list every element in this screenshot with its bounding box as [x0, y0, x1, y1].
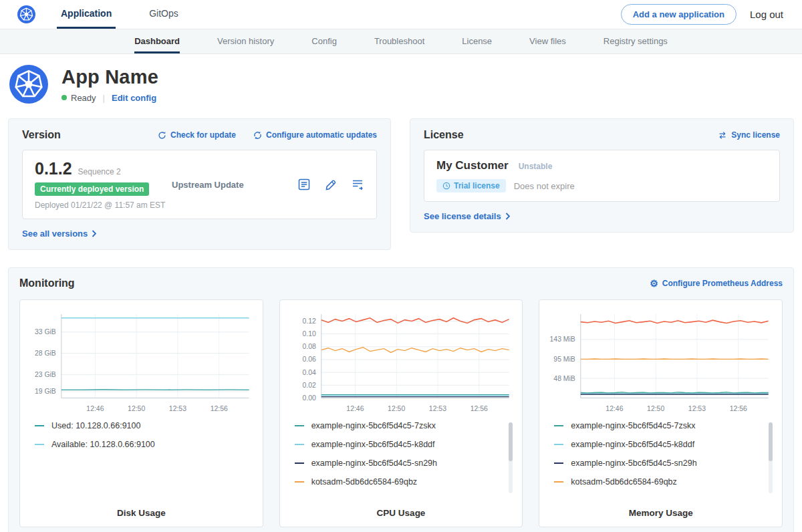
svg-text:0.08: 0.08 — [302, 343, 316, 350]
configure-automatic-updates-link[interactable]: Configure automatic updates — [253, 130, 377, 140]
svg-text:12:56: 12:56 — [470, 405, 487, 412]
svg-text:12:53: 12:53 — [169, 405, 186, 412]
legend-item[interactable]: example-nginx-5bc6f5d4c5-sn29h — [554, 458, 775, 468]
svg-text:12:56: 12:56 — [211, 405, 228, 412]
svg-text:95 MiB: 95 MiB — [554, 356, 576, 363]
legend-label: example-nginx-5bc6f5d4c5-7zskx — [571, 421, 695, 430]
charts-row: 12:4612:5012:5312:5619 GiB23 GiB28 GiB33… — [19, 299, 783, 527]
check-for-update-link[interactable]: Check for update — [158, 130, 236, 140]
sync-icon — [718, 131, 727, 140]
legend-label: kotsadm-5db6dc6584-69qbz — [571, 477, 676, 487]
divider: | — [103, 93, 105, 103]
chevron-right-icon — [92, 230, 97, 237]
top-nav-tabs: Application GitOps — [57, 0, 212, 29]
legend-label: example-nginx-5bc6f5d4c5-sn29h — [311, 458, 437, 468]
deployed-timestamp: Deployed 01/21/22 @ 11:57 am EST — [35, 201, 172, 210]
disk-usage-legend: Used: 10.128.0.66:9100Available: 10.128.… — [27, 421, 256, 500]
tab-registry-settings[interactable]: Registry settings — [604, 29, 668, 53]
svg-text:12:46: 12:46 — [346, 405, 364, 412]
top-nav: Application GitOps Add a new application… — [0, 0, 802, 29]
tab-license[interactable]: License — [462, 29, 492, 53]
sync-license-link[interactable]: Sync license — [718, 130, 780, 140]
cpu-usage-legend: example-nginx-5bc6f5d4c5-7zskxexample-ng… — [287, 421, 516, 500]
auto-update-icon — [253, 131, 262, 140]
legend-item[interactable]: example-nginx-5bc6f5d4c5-sn29h — [295, 458, 516, 468]
legend-label: Used: 10.128.0.66:9100 — [51, 421, 140, 430]
cpu-usage-chart: 12:4612:5012:5312:560.000.020.040.060.08… — [287, 308, 516, 416]
legend-swatch — [295, 481, 304, 483]
legend-label: example-nginx-5bc6f5d4c5-k8ddf — [311, 440, 435, 449]
app-icon — [9, 65, 48, 104]
status-dot — [61, 95, 67, 100]
see-license-details-link[interactable]: See license details — [424, 211, 511, 221]
legend-item[interactable]: example-nginx-5bc6f5d4c5-k8ddf — [554, 440, 775, 449]
legend-item[interactable]: example-nginx-5bc6f5d4c5-7zskx — [554, 421, 775, 430]
legend-item[interactable]: kotsadm-5db6dc6584-69qbz — [554, 477, 775, 487]
logout-link[interactable]: Log out — [750, 9, 783, 20]
status-text: Ready — [71, 93, 96, 103]
legend-scrollbar[interactable] — [769, 422, 773, 493]
clock-icon — [442, 182, 450, 190]
legend-swatch — [554, 462, 563, 464]
version-card: Version Check for update Configure autom… — [8, 118, 391, 250]
configure-prometheus-link[interactable]: ⚙ Configure Prometheus Address — [650, 279, 783, 288]
memory-usage-chart: 12:4612:5012:5312:5648 MiB95 MiB143 MiB — [546, 308, 775, 416]
tab-view-files[interactable]: View files — [529, 29, 566, 53]
cpu-usage-panel: 12:4612:5012:5312:560.000.020.040.060.08… — [279, 299, 523, 527]
tab-application[interactable]: Application — [57, 0, 116, 29]
chart-title: CPU Usage — [287, 500, 516, 518]
legend-label: example-nginx-5bc6f5d4c5-sn29h — [571, 458, 696, 468]
legend-item[interactable]: Used: 10.128.0.66:9100 — [35, 421, 256, 430]
cards-row: Version Check for update Configure autom… — [0, 118, 802, 250]
deployed-badge: Currently deployed version — [35, 182, 149, 196]
legend-item[interactable]: example-nginx-5bc6f5d4c5-7zskx — [295, 421, 516, 430]
svg-text:23 GiB: 23 GiB — [35, 371, 56, 378]
release-notes-icon[interactable] — [297, 178, 311, 191]
legend-label: kotsadm-5db6dc6584-69qbz — [311, 477, 417, 487]
chart-title: Memory Usage — [546, 500, 775, 518]
kubernetes-logo-icon[interactable] — [17, 5, 35, 23]
tab-gitops[interactable]: GitOps — [145, 0, 182, 29]
svg-text:12:56: 12:56 — [730, 405, 747, 412]
page-title: App Name — [61, 66, 158, 88]
tab-version-history[interactable]: Version history — [217, 29, 274, 53]
customer-name: My Customer — [436, 159, 509, 172]
chart-svg: 12:4612:5012:5312:560.000.020.040.060.08… — [287, 308, 516, 416]
scrollbar-thumb[interactable] — [509, 422, 513, 461]
tab-config[interactable]: Config — [311, 29, 337, 53]
version-card-title: Version — [22, 129, 61, 141]
chart-svg: 12:4612:5012:5312:5648 MiB95 MiB143 MiB — [546, 308, 775, 416]
view-logs-icon[interactable] — [351, 178, 364, 191]
svg-text:48 MiB: 48 MiB — [554, 375, 576, 382]
legend-item[interactable]: kotsadm-5db6dc6584-69qbz — [295, 477, 516, 487]
app-sub-nav: Dashboard Version history Config Trouble… — [0, 29, 802, 54]
legend-swatch — [554, 444, 563, 445]
legend-item[interactable]: example-nginx-5bc6f5d4c5-k8ddf — [295, 440, 516, 449]
add-application-button[interactable]: Add a new application — [621, 4, 737, 25]
disk-usage-panel: 12:4612:5012:5312:5619 GiB23 GiB28 GiB33… — [19, 299, 263, 527]
svg-text:0.00: 0.00 — [302, 394, 316, 402]
scrollbar-thumb[interactable] — [769, 422, 773, 461]
legend-swatch — [35, 444, 44, 445]
app-header: App Name Ready | Edit config — [0, 54, 802, 116]
disk-usage-chart: 12:4612:5012:5312:5619 GiB23 GiB28 GiB33… — [27, 308, 256, 416]
legend-swatch — [554, 425, 563, 426]
license-box: My Customer Unstable Trial license Does … — [424, 150, 780, 202]
top-nav-right: Add a new application Log out — [621, 4, 783, 25]
svg-text:12:50: 12:50 — [647, 405, 664, 412]
tab-troubleshoot[interactable]: Troubleshoot — [374, 29, 424, 53]
svg-text:19 GiB: 19 GiB — [35, 388, 56, 395]
chart-title: Disk Usage — [27, 500, 256, 518]
edit-config-icon[interactable] — [324, 178, 338, 191]
see-all-versions-link[interactable]: See all versions — [22, 229, 97, 239]
monitoring-title: Monitoring — [19, 277, 75, 289]
svg-text:0.06: 0.06 — [302, 356, 316, 363]
memory-usage-legend: example-nginx-5bc6f5d4c5-7zskxexample-ng… — [546, 421, 775, 500]
svg-text:0.12: 0.12 — [302, 317, 316, 325]
legend-swatch — [35, 425, 44, 426]
legend-scrollbar[interactable] — [509, 422, 513, 493]
edit-config-link[interactable]: Edit config — [112, 93, 156, 103]
legend-item[interactable]: Available: 10.128.0.66:9100 — [35, 440, 256, 449]
tab-dashboard[interactable]: Dashboard — [134, 29, 180, 53]
version-sequence: Sequence 2 — [78, 167, 121, 176]
